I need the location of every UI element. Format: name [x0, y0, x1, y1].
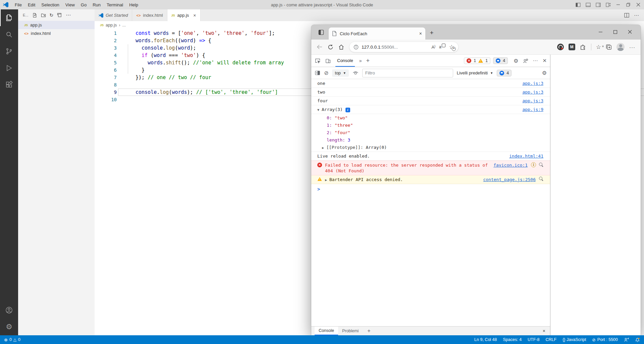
toggle-panel-icon[interactable] — [583, 0, 593, 9]
menu-view[interactable]: View — [62, 2, 78, 7]
source-link[interactable]: app.js:9 — [522, 107, 543, 112]
file-item-index.html[interactable]: <>index.html — [18, 29, 95, 38]
restore-button[interactable] — [623, 0, 633, 9]
drawer-close-icon[interactable]: × — [538, 327, 550, 335]
source-link[interactable]: app.js:3 — [522, 98, 543, 104]
devtools-more-icon[interactable]: ⋯ — [533, 58, 538, 64]
page-viewport[interactable] — [550, 55, 641, 335]
home-icon[interactable] — [338, 44, 344, 50]
issues-badge[interactable]: ✕ 1 1 — [464, 57, 490, 64]
log-levels-selector[interactable]: Livelli predefiniti ▼ — [457, 70, 493, 75]
source-link[interactable]: app.js:3 — [522, 80, 543, 86]
new-tab-button[interactable]: + — [427, 28, 437, 38]
tab-close-icon[interactable]: × — [193, 13, 196, 18]
editor-more-actions-icon[interactable]: ⋯ — [634, 12, 639, 18]
console-sidebar-icon[interactable] — [315, 70, 320, 76]
console-settings-gear-icon[interactable]: ⚙ — [542, 70, 547, 76]
site-info-icon[interactable] — [354, 45, 359, 50]
source-link[interactable]: app.js:3 — [522, 89, 543, 95]
devtools-tab-console[interactable]: Console — [335, 55, 355, 67]
customize-layout-icon[interactable] — [603, 0, 613, 9]
add-tab-icon[interactable]: + — [366, 57, 370, 64]
extensions-puzzle-icon[interactable] — [580, 44, 586, 50]
status-ln-9-col-48[interactable]: Ln 9, Col 48 — [474, 337, 497, 342]
source-control-icon[interactable] — [0, 43, 18, 60]
inspect-element-icon[interactable] — [315, 58, 321, 64]
live-expression-eye-icon[interactable] — [353, 70, 359, 75]
menu-help[interactable]: Help — [126, 2, 141, 7]
editor-tab-get-started[interactable]: Get Started — [95, 9, 132, 21]
tab-actions-menu-icon[interactable] — [316, 27, 326, 37]
address-bar[interactable]: 127.0.0.1:5500/i... A) a ☆+ — [349, 42, 459, 52]
account-icon[interactable] — [0, 302, 18, 319]
extension-icon[interactable] — [557, 44, 564, 50]
extensions-icon[interactable] — [0, 76, 18, 93]
split-editor-icon[interactable] — [624, 13, 629, 18]
problems-status[interactable]: ⊗ 0 △ 0 — [4, 337, 20, 342]
status-utf-8[interactable]: UTF-8 — [528, 337, 539, 342]
editor-tab-index.html[interactable]: <>index.html — [132, 9, 167, 21]
issue-icon[interactable]: ↕ — [531, 162, 536, 167]
status-port-5500[interactable]: ⊘Port : 5500 — [592, 337, 618, 342]
device-toolbar-icon[interactable] — [325, 58, 331, 64]
run-debug-icon[interactable] — [0, 60, 18, 76]
collapse-folders-icon[interactable] — [57, 13, 62, 18]
profile-avatar[interactable] — [616, 43, 625, 51]
expand-caret-icon[interactable]: ▶ — [322, 145, 324, 151]
settings-gear-icon[interactable]: ⚙ — [0, 319, 18, 335]
browser-tab[interactable]: Ciclo ForEach × — [329, 27, 425, 40]
favorites-icon[interactable]: ☆≡ — [596, 44, 601, 50]
devtools-settings-gear-icon[interactable]: ⚙ — [514, 58, 518, 64]
context-selector[interactable]: top ▼ — [332, 69, 348, 77]
new-file-icon[interactable] — [32, 13, 37, 18]
menu-go[interactable]: Go — [78, 2, 90, 7]
console-row-prompt[interactable]: > — [311, 184, 550, 193]
status-spaces-4[interactable]: Spaces: 4 — [503, 337, 522, 342]
close-button[interactable] — [633, 0, 643, 9]
browser-minimize-button[interactable] — [593, 27, 608, 37]
search-icon[interactable] — [539, 163, 543, 167]
drawer-tab-console[interactable]: Console — [315, 327, 338, 335]
browser-settings-menu-icon[interactable]: ··· — [629, 44, 635, 50]
status-javascript[interactable]: {} JavaScript — [562, 337, 586, 342]
drawer-tab-problemi[interactable]: Problemi — [338, 327, 363, 335]
toggle-secondary-sidebar-icon[interactable] — [593, 0, 603, 9]
source-link[interactable]: favicon.ico:1 — [493, 162, 528, 168]
read-aloud-icon[interactable]: A) — [431, 45, 435, 50]
source-link[interactable]: index.html:41 — [509, 153, 543, 159]
add-favorite-icon[interactable]: ☆+ — [449, 44, 454, 50]
menu-selection[interactable]: Selection — [38, 2, 62, 7]
browser-close-button[interactable] — [623, 27, 637, 37]
feedback-icon[interactable] — [624, 337, 629, 342]
collapse-caret-icon[interactable]: ▼ — [317, 107, 319, 113]
clear-console-icon[interactable]: ⊘ — [324, 70, 328, 76]
messages-badge[interactable]: 4 — [493, 57, 508, 64]
source-link[interactable]: content_page.js:2506 — [483, 177, 536, 182]
new-folder-icon[interactable] — [41, 13, 46, 18]
editor-tab-app.js[interactable]: JSapp.js× — [167, 9, 201, 21]
drawer-add-tab-icon[interactable]: + — [363, 327, 375, 335]
translate-icon[interactable]: a — [439, 45, 445, 49]
console-messages-badge[interactable]: 4 — [497, 70, 512, 76]
expand-caret-icon[interactable]: ▶ — [325, 177, 327, 183]
back-icon[interactable] — [317, 44, 323, 50]
extension-m-icon[interactable]: M — [569, 44, 575, 50]
status-crlf[interactable]: CRLF — [546, 337, 557, 342]
console-filter-input[interactable] — [362, 69, 453, 77]
search-icon[interactable] — [539, 177, 543, 181]
menu-file[interactable]: File — [12, 2, 25, 7]
explorer-icon[interactable] — [0, 9, 18, 26]
more-tabs-icon[interactable]: » — [359, 58, 362, 63]
refresh-explorer-icon[interactable]: ↻ — [50, 12, 54, 18]
collections-icon[interactable] — [606, 44, 612, 50]
notifications-bell-icon[interactable] — [635, 337, 640, 342]
more-actions-icon[interactable]: ⋯ — [66, 12, 71, 18]
menu-edit[interactable]: Edit — [25, 2, 38, 7]
browser-maximize-button[interactable] — [608, 27, 623, 37]
search-icon[interactable] — [0, 26, 18, 43]
menu-run[interactable]: Run — [90, 2, 104, 7]
tab-close-icon[interactable]: × — [419, 31, 422, 36]
refresh-icon[interactable] — [328, 44, 333, 50]
toggle-sidebar-icon[interactable] — [573, 0, 583, 9]
menu-terminal[interactable]: Terminal — [104, 2, 126, 7]
